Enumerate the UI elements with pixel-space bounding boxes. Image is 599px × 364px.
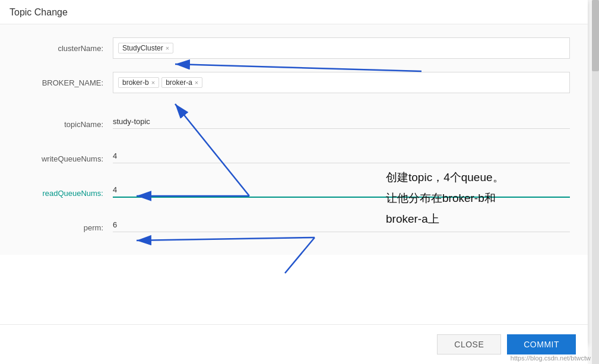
write-queue-nums-input[interactable]	[113, 149, 570, 163]
perm-row: perm:	[18, 208, 570, 232]
watermark: https://blog.csdn.net/btwctw	[511, 354, 591, 362]
broker-a-tag-close[interactable]: ×	[195, 79, 198, 86]
topic-name-input[interactable]	[113, 115, 570, 129]
scrollbar[interactable]	[592, 0, 599, 364]
broker-b-tag-close[interactable]: ×	[151, 79, 155, 86]
broker-name-row: BROKER_NAME: broker-b × broker-a ×	[18, 71, 570, 94]
dialog-title: Topic Change	[0, 0, 588, 24]
cluster-name-input-area[interactable]: StudyCluster ×	[113, 37, 570, 59]
write-queue-nums-row: writeQueueNums:	[18, 140, 570, 163]
write-queue-nums-label: writeQueueNums:	[18, 154, 113, 163]
topic-name-label: topicName:	[18, 120, 113, 129]
broker-name-input-area[interactable]: broker-b × broker-a ×	[113, 72, 570, 93]
read-queue-nums-input[interactable]	[113, 183, 570, 198]
dialog: Topic Change clusterName: StudyCluster ×…	[0, 0, 588, 344]
broker-a-tag-text: broker-a	[166, 78, 192, 87]
commit-button[interactable]: COMMIT	[507, 334, 576, 354]
topic-name-row: topicName:	[18, 105, 570, 129]
cluster-name-tag-close[interactable]: ×	[166, 45, 169, 52]
cluster-name-label: clusterName:	[18, 44, 113, 53]
cluster-name-tag[interactable]: StudyCluster ×	[118, 43, 173, 53]
dialog-footer: CLOSE COMMIT	[0, 324, 588, 364]
cluster-name-tag-text: StudyCluster	[122, 44, 163, 52]
read-queue-nums-row: readQueueNums:	[18, 174, 570, 198]
read-queue-nums-label: readQueueNums:	[18, 189, 113, 198]
broker-b-tag[interactable]: broker-b ×	[118, 77, 159, 88]
dialog-body: clusterName: StudyCluster × BROKER_NAME:…	[0, 24, 588, 255]
broker-b-tag-text: broker-b	[122, 78, 149, 87]
perm-input[interactable]	[113, 218, 570, 232]
broker-name-label: BROKER_NAME:	[18, 78, 113, 87]
broker-a-tag[interactable]: broker-a ×	[161, 77, 202, 88]
perm-label: perm:	[18, 223, 113, 232]
scrollbar-thumb[interactable]	[592, 0, 599, 71]
cluster-name-row: clusterName: StudyCluster ×	[18, 36, 570, 60]
close-button[interactable]: CLOSE	[437, 334, 501, 354]
